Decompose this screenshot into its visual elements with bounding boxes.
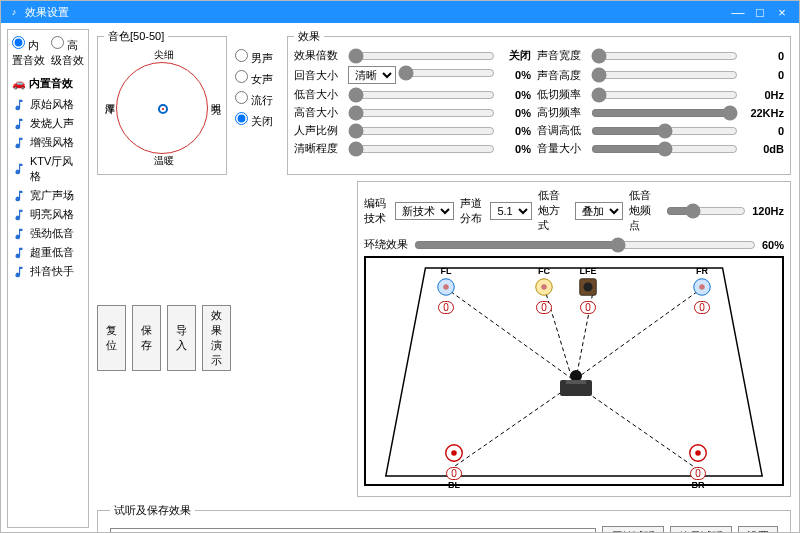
speaker-room[interactable]: FL0 FC0 LFE0 FR0 0BL 0BR bbox=[364, 256, 784, 486]
slider-volume[interactable] bbox=[591, 142, 738, 156]
slider-lowcut[interactable] bbox=[591, 88, 738, 102]
preset-list: 原始风格 发烧人声 增强风格 KTV厅风格 宽广声场 明亮风格 强劲低音 超重低… bbox=[12, 95, 84, 281]
label: 音量大小 bbox=[537, 141, 585, 156]
label: 人声比例 bbox=[294, 123, 342, 138]
music-note-icon bbox=[12, 189, 26, 203]
music-note-icon bbox=[12, 208, 26, 222]
preset-item[interactable]: 发烧人声 bbox=[12, 114, 84, 133]
demo-button[interactable]: 效果演示 bbox=[202, 305, 231, 371]
main-panel: 音色[50-50] 尖细 温暖 浑厚 明亮 男声 女声 流行 关闭 bbox=[89, 23, 799, 533]
label: 低切频率 bbox=[537, 87, 585, 102]
music-note-icon bbox=[12, 162, 26, 176]
title-bar: ♪ 效果设置 — □ × bbox=[1, 1, 799, 23]
window-title: 效果设置 bbox=[25, 5, 727, 20]
sidebar: 内置音效 高级音效 🚗 内置音效 原始风格 发烧人声 增强风格 KTV厅风格 宽… bbox=[7, 29, 89, 528]
svg-point-16 bbox=[451, 450, 457, 456]
slider-clarity[interactable] bbox=[348, 142, 495, 156]
label: 低音大小 bbox=[294, 87, 342, 102]
reset-button[interactable]: 复位 bbox=[97, 305, 126, 371]
save-button[interactable]: 保存 bbox=[132, 305, 161, 371]
label: 声音宽度 bbox=[537, 48, 585, 63]
preset-item[interactable]: 增强风格 bbox=[12, 133, 84, 152]
effects-legend: 效果 bbox=[294, 29, 324, 44]
settings-button[interactable]: 设置 bbox=[738, 526, 778, 533]
speaker-bl[interactable]: 0BL bbox=[436, 442, 472, 490]
app-icon: ♪ bbox=[7, 5, 21, 19]
surround-panel: 编码技术 新技术 声道分布 5.1 低音炮方式 叠加 低音炮频点 120Hz 环… bbox=[357, 181, 791, 497]
music-note-icon bbox=[12, 246, 26, 260]
radio-pop[interactable]: 流行 bbox=[235, 91, 279, 108]
label: 回音大小 bbox=[294, 68, 342, 83]
channel-select[interactable]: 5.1 bbox=[490, 202, 532, 220]
svg-point-8 bbox=[443, 284, 449, 290]
slider-effect-mult[interactable] bbox=[348, 49, 495, 63]
label: 高切频率 bbox=[537, 105, 585, 120]
timbre-handle-icon[interactable] bbox=[158, 104, 168, 114]
slider-pitch[interactable] bbox=[591, 124, 738, 138]
listener-icon[interactable] bbox=[554, 366, 598, 400]
radio-female[interactable]: 女声 bbox=[235, 70, 279, 87]
slider-treble[interactable] bbox=[348, 106, 495, 120]
try-legend: 试听及保存效果 bbox=[110, 503, 195, 518]
slider-highcut[interactable] bbox=[591, 106, 738, 120]
preset-item[interactable]: 抖音快手 bbox=[12, 262, 84, 281]
radio-builtin[interactable]: 内置音效 bbox=[12, 36, 45, 68]
effect-listen-button[interactable]: 效果试听 bbox=[670, 526, 732, 533]
preset-item[interactable]: 原始风格 bbox=[12, 95, 84, 114]
preset-item[interactable]: 明亮风格 bbox=[12, 205, 84, 224]
try-panel: 试听及保存效果 HeKai&于梓贝-风景 (feat.于梓贝) 原始试听 效果试… bbox=[97, 503, 791, 533]
label: 清晰程度 bbox=[294, 141, 342, 156]
speaker-lfe[interactable]: LFE0 bbox=[570, 266, 606, 314]
radio-advanced[interactable]: 高级音效 bbox=[51, 36, 84, 68]
radio-male[interactable]: 男声 bbox=[235, 49, 279, 66]
slider-vocal[interactable] bbox=[348, 124, 495, 138]
music-note-icon bbox=[12, 227, 26, 241]
preset-item[interactable]: 强劲低音 bbox=[12, 224, 84, 243]
music-note-icon bbox=[12, 265, 26, 279]
speaker-fr[interactable]: FR0 bbox=[684, 266, 720, 314]
timbre-wheel[interactable]: 尖细 温暖 浑厚 明亮 bbox=[104, 50, 220, 166]
svg-rect-21 bbox=[566, 380, 586, 384]
track-select[interactable]: HeKai&于梓贝-风景 (feat.于梓贝) bbox=[110, 528, 596, 534]
svg-point-18 bbox=[695, 450, 701, 456]
maximize-button[interactable]: □ bbox=[749, 5, 771, 20]
label: 效果倍数 bbox=[294, 48, 342, 63]
svg-point-14 bbox=[699, 284, 705, 290]
minimize-button[interactable]: — bbox=[727, 5, 749, 20]
speaker-fl[interactable]: FL0 bbox=[428, 266, 464, 314]
label: 声音高度 bbox=[537, 68, 585, 83]
slider-width[interactable] bbox=[591, 49, 738, 63]
preset-item[interactable]: 超重低音 bbox=[12, 243, 84, 262]
speaker-br[interactable]: 0BR bbox=[680, 442, 716, 490]
effects-panel: 效果 效果倍数关闭 声音宽度0 回音大小 清晰 0% 声音高度0 低音大小0% … bbox=[287, 29, 791, 175]
slider-height[interactable] bbox=[591, 68, 738, 82]
svg-point-12 bbox=[583, 282, 592, 291]
slider-bass-freq[interactable] bbox=[666, 204, 746, 218]
import-button[interactable]: 导入 bbox=[167, 305, 196, 371]
close-button[interactable]: × bbox=[771, 5, 793, 20]
slider-surround[interactable] bbox=[414, 238, 756, 252]
slider-echo[interactable] bbox=[398, 66, 495, 80]
music-note-icon bbox=[12, 98, 26, 112]
preset-item[interactable]: 宽广声场 bbox=[12, 186, 84, 205]
echo-select[interactable]: 清晰 bbox=[348, 66, 396, 84]
encoding-select[interactable]: 新技术 bbox=[395, 202, 454, 220]
orig-listen-button[interactable]: 原始试听 bbox=[602, 526, 664, 533]
voice-options: 男声 女声 流行 关闭 bbox=[235, 29, 279, 181]
label: 音调高低 bbox=[537, 123, 585, 138]
svg-point-10 bbox=[541, 284, 547, 290]
bass-mode-select[interactable]: 叠加 bbox=[575, 202, 623, 220]
preset-item[interactable]: KTV厅风格 bbox=[12, 152, 84, 186]
music-note-icon bbox=[12, 136, 26, 150]
timbre-panel: 音色[50-50] 尖细 温暖 浑厚 明亮 bbox=[97, 29, 227, 175]
sidebar-header: 🚗 内置音效 bbox=[12, 74, 84, 93]
music-note-icon bbox=[12, 117, 26, 131]
label: 高音大小 bbox=[294, 105, 342, 120]
radio-off[interactable]: 关闭 bbox=[235, 112, 279, 129]
speaker-fc[interactable]: FC0 bbox=[526, 266, 562, 314]
timbre-legend: 音色[50-50] bbox=[104, 29, 168, 44]
slider-bass[interactable] bbox=[348, 88, 495, 102]
